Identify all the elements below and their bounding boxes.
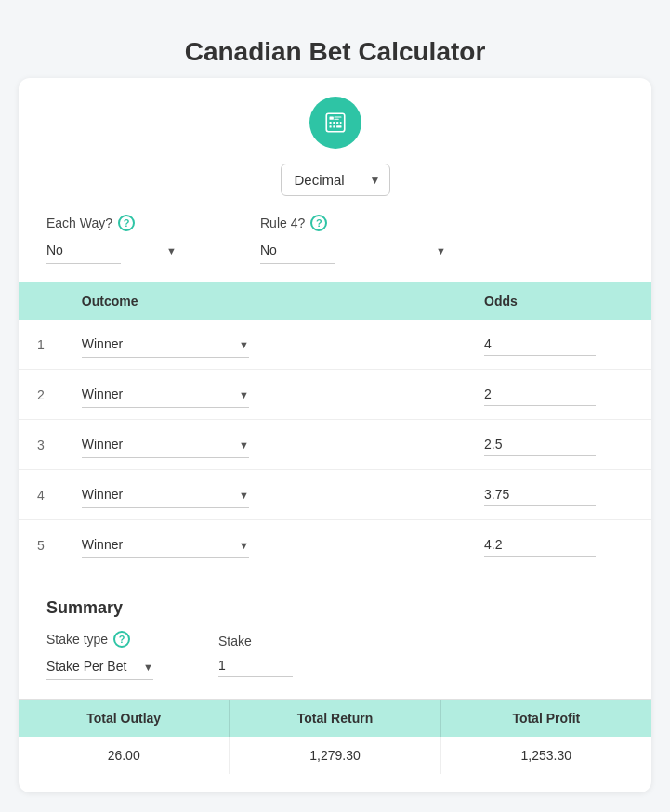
row-number: 5 [19, 520, 63, 570]
row-odds-cell [466, 420, 651, 470]
row-number: 4 [19, 470, 63, 520]
total-return-value: 1,279.30 [230, 737, 440, 774]
rule4-select[interactable]: No Yes [260, 237, 335, 264]
svg-rect-10 [336, 125, 341, 127]
row-outcome-cell: WinnerLoserEach Way WinnerPlacedNon Runn… [63, 520, 466, 570]
row-odds-cell [466, 370, 651, 420]
outcome-select-wrapper: WinnerLoserEach Way WinnerPlacedNon Runn… [82, 331, 249, 358]
summary-title: Summary [46, 598, 624, 618]
table-row: 2WinnerLoserEach Way WinnerPlacedNon Run… [19, 370, 651, 420]
svg-rect-4 [329, 122, 331, 124]
each-way-arrow-icon: ▼ [166, 245, 177, 256]
odds-type-select[interactable]: Decimal Fractional American [281, 164, 390, 196]
stake-field: Stake [218, 634, 293, 677]
rule4-group: Rule 4? ? No Yes ▼ [260, 215, 446, 264]
odds-input[interactable] [484, 433, 596, 456]
table-row: 4WinnerLoserEach Way WinnerPlacedNon Run… [19, 470, 651, 520]
row-outcome-cell: WinnerLoserEach Way WinnerPlacedNon Runn… [63, 420, 466, 470]
svg-rect-6 [336, 122, 338, 124]
row-number: 2 [19, 370, 63, 420]
options-row: Each Way? ? No Yes ▼ Rule 4? ? [19, 215, 651, 264]
odds-type-row: Decimal Fractional American ▼ [19, 164, 651, 196]
row-outcome-cell: WinnerLoserEach Way WinnerPlacedNon Runn… [63, 470, 466, 520]
summary-section: Summary Stake type ? Stake Per Bet Total… [19, 589, 651, 699]
results-table-wrapper: Total Outlay Total Return Total Profit 2… [19, 699, 651, 774]
rule4-help-icon[interactable]: ? [310, 215, 327, 231]
table-row: 1WinnerLoserEach Way WinnerPlacedNon Run… [19, 320, 651, 370]
row-number: 1 [19, 320, 63, 370]
svg-rect-3 [334, 119, 338, 120]
calculator-card: Decimal Fractional American ▼ Each Way? … [19, 78, 651, 792]
outcome-select[interactable]: WinnerLoserEach Way WinnerPlacedNon Runn… [82, 531, 249, 558]
outcome-header: Outcome [63, 282, 466, 320]
table-header-row: Outcome Odds [19, 282, 651, 320]
outcome-select[interactable]: WinnerLoserEach Way WinnerPlacedNon Runn… [82, 381, 249, 408]
stake-label: Stake [218, 634, 252, 648]
num-header [19, 282, 63, 320]
rule4-label: Rule 4? [260, 216, 305, 230]
row-outcome-cell: WinnerLoserEach Way WinnerPlacedNon Runn… [63, 320, 466, 370]
outcome-select[interactable]: WinnerLoserEach Way WinnerPlacedNon Runn… [82, 331, 249, 358]
outcome-select[interactable]: WinnerLoserEach Way WinnerPlacedNon Runn… [82, 431, 249, 458]
bet-table-body: 1WinnerLoserEach Way WinnerPlacedNon Run… [19, 320, 651, 570]
stake-type-select-wrapper: Stake Per Bet Total Stake ▼ [46, 653, 153, 680]
summary-row: Stake type ? Stake Per Bet Total Stake ▼… [46, 631, 624, 680]
each-way-group: Each Way? ? No Yes ▼ [46, 215, 177, 264]
row-number: 3 [19, 420, 63, 470]
row-odds-cell [466, 320, 651, 370]
outcome-select-wrapper: WinnerLoserEach Way WinnerPlacedNon Runn… [82, 481, 249, 508]
svg-rect-9 [333, 125, 335, 127]
each-way-label: Each Way? [46, 216, 112, 230]
svg-rect-7 [339, 122, 341, 124]
results-header-row: Total Outlay Total Return Total Profit [19, 700, 651, 737]
bet-table: Outcome Odds 1WinnerLoserEach Way Winner… [19, 282, 651, 570]
page-title: Canadian Bet Calculator [19, 28, 651, 76]
results-data-row: 26.00 1,279.30 1,253.30 [19, 737, 651, 774]
svg-rect-2 [334, 117, 341, 118]
odds-input[interactable] [484, 533, 596, 557]
odds-input[interactable] [484, 483, 596, 506]
odds-input[interactable] [484, 333, 596, 356]
odds-header: Odds [466, 282, 651, 320]
each-way-help-icon[interactable]: ? [118, 215, 135, 231]
calculator-icon [309, 97, 361, 149]
row-odds-cell [466, 470, 651, 520]
svg-rect-1 [329, 117, 333, 120]
total-return-header: Total Return [230, 700, 440, 737]
table-row: 5WinnerLoserEach Way WinnerPlacedNon Run… [19, 520, 651, 570]
outcome-select-wrapper: WinnerLoserEach Way WinnerPlacedNon Runn… [82, 381, 249, 408]
calculator-icon-area [19, 78, 651, 149]
total-profit-value: 1,253.30 [441, 737, 651, 774]
each-way-select-wrapper: No Yes ▼ [46, 237, 177, 264]
outcome-select-wrapper: WinnerLoserEach Way WinnerPlacedNon Runn… [82, 431, 249, 458]
outcome-select-wrapper: WinnerLoserEach Way WinnerPlacedNon Runn… [82, 531, 249, 558]
rule4-select-wrapper: No Yes ▼ [260, 237, 446, 264]
table-row: 3WinnerLoserEach Way WinnerPlacedNon Run… [19, 420, 651, 470]
total-outlay-header: Total Outlay [19, 700, 230, 737]
stake-type-help-icon[interactable]: ? [113, 631, 130, 648]
row-odds-cell [466, 520, 651, 570]
total-outlay-value: 26.00 [19, 737, 230, 774]
stake-input[interactable] [218, 654, 293, 677]
odds-input[interactable] [484, 383, 596, 406]
svg-rect-5 [333, 122, 335, 124]
svg-rect-0 [326, 113, 345, 132]
stake-type-label: Stake type [46, 632, 108, 647]
rule4-arrow-icon: ▼ [436, 245, 446, 256]
svg-rect-8 [329, 125, 331, 127]
each-way-select[interactable]: No Yes [46, 237, 121, 264]
total-profit-header: Total Profit [441, 700, 651, 737]
outcome-select[interactable]: WinnerLoserEach Way WinnerPlacedNon Runn… [82, 481, 249, 508]
odds-type-select-wrapper: Decimal Fractional American ▼ [281, 164, 390, 196]
stake-type-field: Stake type ? Stake Per Bet Total Stake ▼ [46, 631, 153, 680]
row-outcome-cell: WinnerLoserEach Way WinnerPlacedNon Runn… [63, 370, 466, 420]
stake-type-select[interactable]: Stake Per Bet Total Stake [46, 653, 153, 680]
